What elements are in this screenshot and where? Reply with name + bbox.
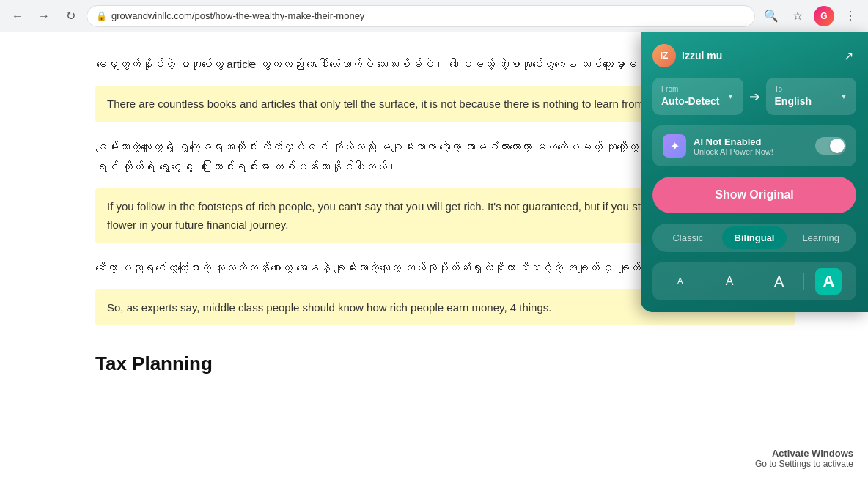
user-name: Izzul mu bbox=[682, 50, 722, 62]
search-button[interactable]: 🔍 bbox=[761, 6, 781, 26]
forward-button[interactable]: → bbox=[34, 6, 54, 26]
font-size-xs[interactable]: A bbox=[667, 268, 694, 295]
extension-icon[interactable]: G bbox=[814, 6, 834, 26]
popup-header: IZ Izzul mu ↗ bbox=[652, 44, 856, 67]
address-bar[interactable]: 🔒 growandwinllc.com/post/how-the-wealthy… bbox=[87, 5, 755, 27]
lang-arrow-icon: ➔ bbox=[749, 89, 760, 105]
to-label: To bbox=[775, 85, 812, 93]
browser-actions: 🔍 ☆ G ⋮ bbox=[761, 6, 861, 26]
font-md-label: A bbox=[774, 273, 784, 290]
to-chevron-icon: ▼ bbox=[840, 92, 847, 100]
ai-toggle[interactable] bbox=[815, 137, 846, 155]
font-divider-1 bbox=[705, 273, 705, 290]
font-xs-label: A bbox=[677, 276, 683, 287]
avatar: IZ bbox=[652, 44, 676, 67]
font-lg-label: A bbox=[823, 272, 834, 291]
ai-banner: ✦ AI Not Enabled Unlock AI Power Now! bbox=[652, 125, 856, 166]
tab-classic[interactable]: Classic bbox=[655, 226, 721, 249]
translator-popup: IZ Izzul mu ↗ From Auto-Detect ▼ ➔ To En… bbox=[641, 32, 868, 312]
from-value: Auto-Detect bbox=[661, 95, 719, 107]
lock-icon: 🔒 bbox=[96, 11, 107, 21]
ai-toggle-knob bbox=[830, 139, 845, 153]
font-sm-label: A bbox=[726, 275, 734, 288]
ai-sparkle-icon: ✦ bbox=[663, 134, 686, 158]
mode-tabs: Classic Bilingual Learning bbox=[652, 224, 856, 252]
section-title: Tax Planning bbox=[95, 347, 795, 380]
font-divider-2 bbox=[754, 273, 754, 290]
font-divider-3 bbox=[803, 273, 804, 290]
language-row: From Auto-Detect ▼ ➔ To English ▼ bbox=[652, 78, 856, 115]
activate-windows-notice: Activate Windows Go to Settings to activ… bbox=[755, 448, 853, 469]
nav-controls: ← → ↻ bbox=[7, 6, 81, 26]
tab-learning[interactable]: Learning bbox=[788, 226, 853, 249]
to-language-select[interactable]: To English ▼ bbox=[766, 78, 857, 115]
refresh-button[interactable]: ↻ bbox=[60, 6, 81, 26]
back-button[interactable]: ← bbox=[7, 6, 28, 26]
from-label: From bbox=[661, 85, 719, 93]
tab-bilingual[interactable]: Bilingual bbox=[722, 226, 787, 249]
url-text: growandwinllc.com/post/how-the-wealthy-m… bbox=[111, 10, 364, 21]
ai-subtitle: Unlock AI Power Now! bbox=[694, 147, 808, 156]
share-button[interactable]: ↗ bbox=[841, 46, 856, 66]
from-chevron-icon: ▼ bbox=[727, 92, 735, 100]
from-language-select[interactable]: From Auto-Detect ▼ bbox=[652, 78, 743, 115]
user-info: IZ Izzul mu bbox=[652, 44, 722, 67]
to-value: English bbox=[775, 95, 812, 107]
activate-windows-sub: Go to Settings to activate bbox=[755, 459, 853, 469]
menu-button[interactable]: ⋮ bbox=[840, 6, 861, 26]
show-original-button[interactable]: Show Original bbox=[652, 177, 856, 213]
font-size-sm[interactable]: A bbox=[716, 268, 743, 295]
activate-windows-title: Activate Windows bbox=[755, 448, 853, 459]
font-size-lg[interactable]: A bbox=[815, 268, 842, 295]
ai-title: AI Not Enabled bbox=[694, 136, 808, 147]
browser-chrome: ← → ↻ 🔒 growandwinllc.com/post/how-the-w… bbox=[0, 0, 868, 32]
font-size-md[interactable]: A bbox=[766, 268, 792, 295]
font-size-row: A A A A bbox=[652, 262, 856, 300]
bookmark-button[interactable]: ☆ bbox=[787, 6, 808, 26]
